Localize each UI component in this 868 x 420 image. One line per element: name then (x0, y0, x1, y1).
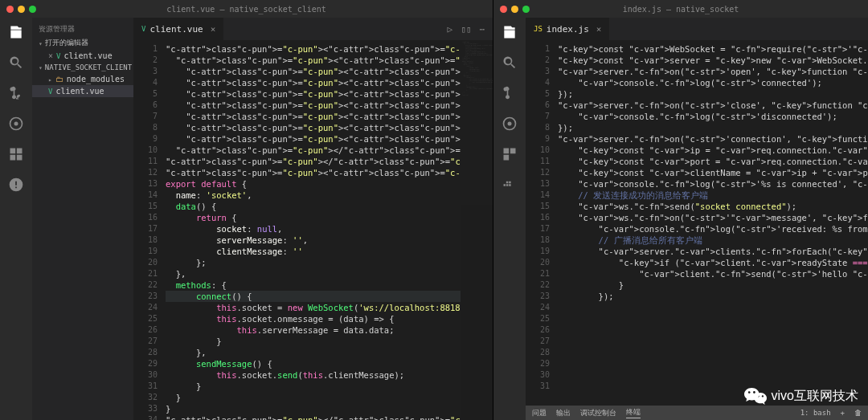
more-icon[interactable]: ⋯ (479, 24, 485, 35)
terminal-panel-header: 问题 输出 调试控制台 终端 1: bash + 🗑 (526, 406, 868, 420)
editor-area-right: JS index.js × 12345678910111213141516171… (526, 18, 868, 420)
watermark-text: vivo互联网技术 (772, 388, 858, 405)
trash-icon[interactable]: 🗑 (854, 409, 862, 417)
problems-tab[interactable]: 问题 (532, 408, 547, 418)
minimize-window-button[interactable] (511, 6, 518, 13)
maximize-window-button[interactable] (29, 6, 36, 13)
sidebar-title: 资源管理器 (32, 22, 133, 36)
remote-icon[interactable] (8, 177, 24, 193)
project-section[interactable]: NATIVE_SOCKET_CLIENT (32, 62, 133, 73)
run-icon[interactable]: ▷ (448, 24, 453, 35)
search-icon[interactable] (502, 55, 518, 71)
line-numbers-right: 1234567891011121314151617181920212223242… (526, 40, 558, 406)
split-editor-icon[interactable]: ▯▯ (461, 24, 471, 35)
minimap-left[interactable]: <template> <div class="socket"> <button … (461, 40, 493, 420)
close-tab-icon[interactable]: × (596, 24, 602, 35)
close-window-button[interactable] (6, 6, 14, 13)
debug-console-tab[interactable]: 调试控制台 (580, 408, 616, 418)
terminal-tab[interactable]: 终端 (626, 407, 641, 418)
code-editor-right[interactable]: "c-key">const "c-var">WebSocket = "c-fn"… (558, 40, 868, 406)
window-title-right: index.js — native_socket (623, 5, 739, 14)
window-right: index.js — native_socket JS index.js × 1… (493, 0, 868, 420)
vue-file-icon: V (141, 25, 145, 33)
close-icon[interactable]: × (48, 51, 53, 60)
open-editors-section[interactable]: 打开的编辑器 (32, 36, 133, 50)
titlebar-left: client.vue — native_socket_client (0, 0, 493, 18)
titlebar-right: index.js — native_socket (493, 0, 868, 18)
close-window-button[interactable] (500, 6, 507, 13)
tab-index-js[interactable]: JS index.js × (526, 18, 609, 40)
svg-point-3 (508, 122, 512, 126)
explorer-icon[interactable] (502, 24, 518, 40)
explorer-sidebar: 资源管理器 打开的编辑器 × V client.vue NATIVE_SOCKE… (32, 18, 133, 420)
editor-area-left: V client.vue × ▷ ▯▯ ⋯ 123456789101112131… (133, 18, 493, 420)
activity-bar-right (493, 18, 526, 420)
js-file-icon: JS (534, 25, 542, 33)
docker-icon[interactable] (502, 177, 518, 193)
tab-bar-left: V client.vue × ▷ ▯▯ ⋯ (133, 18, 493, 40)
extensions-icon[interactable] (502, 146, 518, 162)
vue-file-icon: V (48, 88, 52, 96)
wechat-icon (744, 386, 767, 406)
window-title-left: client.vue — native_socket_client (166, 5, 326, 14)
extensions-icon[interactable] (8, 146, 24, 162)
file-node-modules[interactable]: 🗀 node_modules (32, 73, 133, 85)
debug-icon[interactable] (502, 116, 518, 132)
window-left: client.vue — native_socket_client 资源管理器 … (0, 0, 493, 420)
activity-bar-left (0, 18, 32, 420)
source-control-icon[interactable] (502, 85, 518, 101)
terminal-shell-select[interactable]: 1: bash (800, 409, 831, 417)
debug-icon[interactable] (8, 116, 24, 132)
new-terminal-icon[interactable]: + (841, 409, 845, 417)
output-tab[interactable]: 输出 (556, 408, 571, 418)
folder-icon: 🗀 (55, 75, 63, 84)
code-editor-left[interactable]: "c-attr">class"c-pun">="c-pun"><"c-attr"… (166, 40, 461, 420)
tab-client-vue[interactable]: V client.vue × (133, 18, 223, 40)
file-client-vue[interactable]: V client.vue (32, 85, 133, 97)
open-editor-file[interactable]: × V client.vue (32, 50, 133, 62)
maximize-window-button[interactable] (522, 6, 530, 13)
line-numbers-left: 1234567891011121314151617181920212223242… (133, 40, 166, 420)
source-control-icon[interactable] (8, 85, 24, 101)
minimize-window-button[interactable] (18, 6, 25, 13)
explorer-icon[interactable] (8, 24, 24, 40)
chevron-right-icon (48, 75, 52, 84)
close-tab-icon[interactable]: × (211, 24, 216, 35)
watermark: vivo互联网技术 (744, 386, 858, 406)
vue-file-icon: V (56, 52, 60, 60)
tab-bar-right: JS index.js × (526, 18, 868, 40)
search-icon[interactable] (8, 55, 24, 71)
svg-point-1 (14, 122, 18, 126)
